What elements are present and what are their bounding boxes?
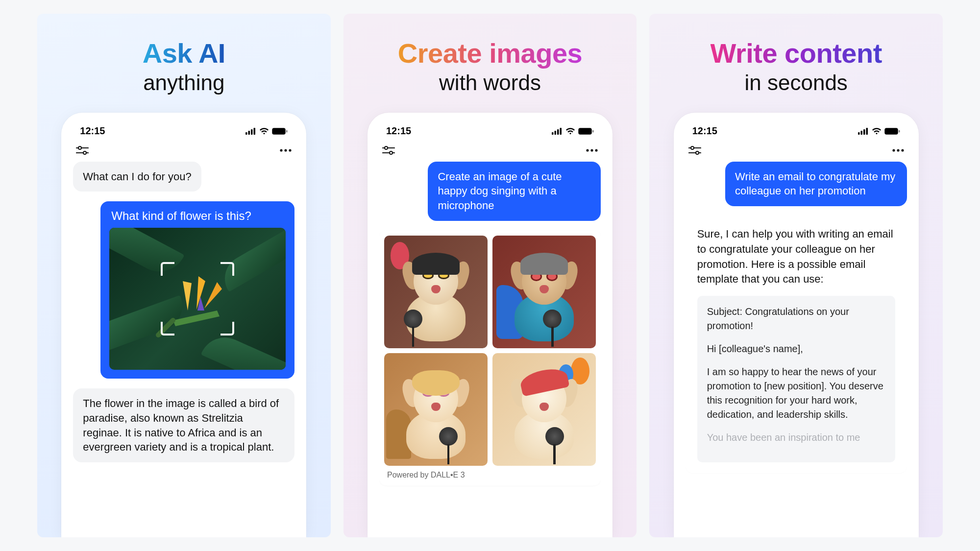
status-time: 12:15 (80, 125, 105, 137)
status-time: 12:15 (386, 125, 411, 137)
battery-icon (578, 128, 594, 135)
svg-point-10 (83, 151, 86, 154)
svg-rect-16 (557, 129, 559, 135)
attached-photo[interactable] (109, 228, 286, 370)
signal-icon (552, 128, 563, 135)
panel-write-content: Write content in seconds 12:15 Write an … (649, 14, 943, 537)
svg-rect-20 (592, 130, 594, 132)
wifi-icon (565, 128, 575, 135)
signal-icon (245, 128, 256, 135)
status-bar: 12:15 (379, 125, 601, 137)
chat-area: Create an image of a cute happy dog sing… (379, 162, 601, 537)
generated-image-grid: Powered by DALL•E 3 (379, 231, 601, 485)
svg-point-37 (691, 146, 694, 149)
menu-settings-icon[interactable] (76, 146, 89, 155)
email-subject: Subject: Congratulations on your promoti… (707, 305, 885, 333)
wifi-icon (872, 128, 882, 135)
headline: Ask AI anything (143, 38, 225, 95)
headline-top: Ask AI (143, 38, 225, 69)
status-right (245, 128, 288, 135)
svg-rect-30 (863, 129, 865, 135)
svg-rect-29 (860, 131, 862, 135)
email-paragraph-1: I am so happy to hear the news of your p… (707, 365, 885, 422)
powered-by-label: Powered by DALL•E 3 (384, 466, 596, 480)
generated-image-4[interactable] (492, 353, 596, 466)
headline-top: Write content (710, 38, 882, 69)
status-bar: 12:15 (686, 125, 907, 137)
svg-point-38 (696, 151, 699, 154)
signal-icon (858, 128, 869, 135)
svg-rect-14 (552, 132, 554, 135)
headline-sub: in seconds (710, 71, 882, 95)
status-right (858, 128, 900, 135)
chat-area: Write an email to congratulate my collea… (686, 162, 907, 537)
svg-point-12 (285, 149, 287, 151)
user-message: Create an image of a cute happy dog sing… (428, 162, 601, 221)
svg-point-9 (78, 146, 81, 149)
svg-point-24 (390, 151, 392, 154)
svg-rect-19 (580, 129, 591, 133)
app-bar (73, 137, 294, 162)
more-icon[interactable] (586, 149, 598, 152)
status-time: 12:15 (692, 125, 717, 137)
svg-point-11 (280, 149, 283, 151)
svg-point-26 (590, 149, 593, 151)
email-paragraph-2: You have been an inspiration to me (707, 431, 885, 445)
headline-sub: anything (143, 71, 225, 95)
generated-image-3[interactable] (384, 353, 488, 466)
svg-point-40 (897, 149, 899, 151)
svg-rect-28 (858, 132, 860, 135)
status-bar: 12:15 (73, 125, 294, 137)
user-question-text: What kind of flower is this? (109, 209, 286, 223)
ai-response-card: Sure, I can help you with writing an ema… (686, 216, 907, 473)
svg-rect-15 (555, 131, 557, 135)
svg-rect-33 (885, 129, 897, 133)
headline-top: Create images (398, 38, 582, 69)
headline-sub: with words (398, 71, 582, 95)
generated-image-1[interactable] (384, 236, 488, 348)
generated-image-2[interactable] (492, 236, 596, 348)
user-message: Write an email to congratulate my collea… (725, 162, 907, 206)
svg-rect-17 (560, 128, 562, 135)
svg-rect-2 (251, 129, 253, 135)
svg-point-27 (595, 149, 597, 151)
phone-mockup: 12:15 Write an email to congratulate my … (674, 113, 919, 537)
panel-create-images: Create images with words 12:15 Create an… (343, 14, 637, 537)
svg-rect-5 (273, 129, 285, 133)
headline: Create images with words (398, 38, 582, 95)
viewfinder-overlay (161, 262, 234, 335)
more-icon[interactable] (280, 149, 292, 152)
more-icon[interactable] (892, 149, 904, 152)
phone-mockup: 12:15 (61, 113, 306, 537)
svg-rect-34 (899, 130, 900, 132)
ai-intro-text: Sure, I can help you with writing an ema… (697, 227, 895, 287)
wifi-icon (259, 128, 269, 135)
svg-rect-6 (286, 130, 288, 132)
menu-settings-icon[interactable] (382, 146, 395, 155)
svg-point-39 (892, 149, 895, 151)
status-right (552, 128, 594, 135)
headline: Write content in seconds (710, 38, 882, 95)
email-greeting: Hi [colleague's name], (707, 342, 885, 356)
svg-point-25 (586, 149, 588, 151)
svg-point-41 (901, 149, 904, 151)
phone-mockup: 12:15 Create an image of a cute happy do… (368, 113, 612, 537)
menu-settings-icon[interactable] (688, 146, 701, 155)
battery-icon (272, 128, 288, 135)
svg-rect-31 (866, 128, 868, 135)
svg-point-23 (385, 146, 388, 149)
svg-rect-1 (248, 131, 250, 135)
email-template: Subject: Congratulations on your promoti… (697, 296, 895, 462)
svg-rect-3 (254, 128, 256, 135)
app-bar (379, 137, 601, 162)
email-body: Hi [colleague's name], I am so happy to … (707, 342, 885, 445)
chat-area: What can I do for you? What kind of flow… (73, 162, 294, 537)
app-bar (686, 137, 907, 162)
app-store-gallery: Ask AI anything 12:15 (0, 0, 980, 551)
ai-answer: The flower in the image is called a bird… (73, 388, 294, 462)
battery-icon (884, 128, 900, 135)
user-message-with-image: What kind of flower is this? (100, 201, 294, 379)
panel-ask-ai: Ask AI anything 12:15 (37, 14, 331, 537)
svg-rect-0 (245, 132, 247, 135)
ai-message: What can I do for you? (73, 162, 201, 192)
